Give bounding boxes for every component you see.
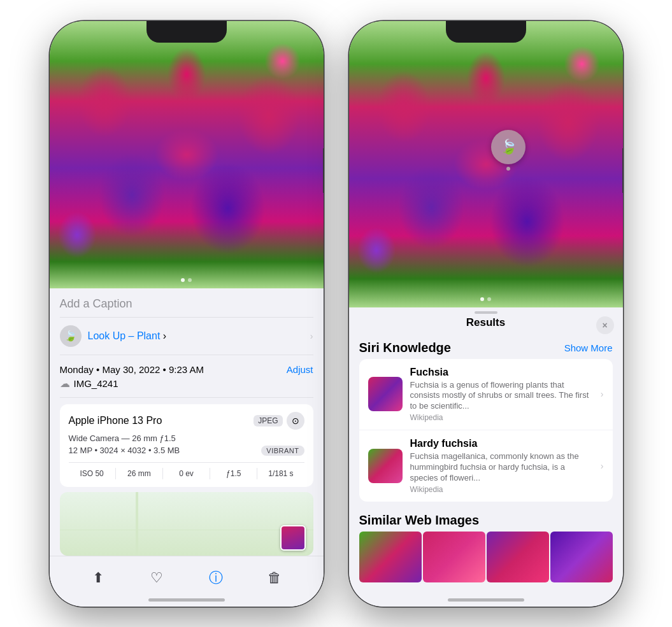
vibrant-badge: VIBRANT bbox=[261, 446, 304, 456]
results-title: Results bbox=[466, 316, 505, 329]
share-icon: ⬆ bbox=[92, 570, 104, 586]
lookup-dot bbox=[506, 167, 510, 171]
right-dot-1 bbox=[480, 297, 484, 301]
date-text: Monday • May 30, 2022 • 9:23 AM bbox=[60, 364, 204, 375]
results-panel[interactable]: Results × Siri Knowledge Show More Fuchs… bbox=[349, 307, 623, 607]
drag-handle bbox=[475, 311, 497, 314]
similar-img-3[interactable] bbox=[487, 532, 549, 582]
delete-button[interactable]: 🗑 bbox=[261, 564, 289, 592]
notch-right bbox=[446, 21, 526, 43]
map-preview bbox=[60, 492, 313, 556]
notch bbox=[147, 21, 227, 43]
exif-shutter: 1/181 s bbox=[257, 468, 304, 479]
similar-images-title: Similar Web Images bbox=[359, 513, 480, 528]
device-name: Apple iPhone 13 Pro bbox=[69, 415, 162, 426]
right-home-bar bbox=[448, 598, 524, 602]
format-badge: JPEG bbox=[254, 415, 282, 426]
exif-ev: 0 ev bbox=[163, 468, 210, 479]
heart-icon: ♡ bbox=[150, 570, 163, 586]
device-card: Apple iPhone 13 Pro JPEG ⊙ Wide Camera —… bbox=[60, 404, 313, 487]
siri-knowledge-title: Siri Knowledge bbox=[359, 341, 451, 355]
fuchsia-name: Fuchsia bbox=[410, 367, 593, 378]
device-header: Apple iPhone 13 Pro JPEG ⊙ bbox=[69, 412, 304, 430]
hardy-source: Wikipedia bbox=[410, 485, 593, 494]
visual-lookup-circle[interactable]: 🍃 bbox=[491, 130, 525, 164]
exif-mm: 26 mm bbox=[116, 468, 163, 479]
dot-1 bbox=[181, 278, 185, 282]
lookup-text: Look Up – Plant › bbox=[88, 330, 167, 342]
fuchsia-chevron: › bbox=[601, 389, 604, 399]
device-badges: JPEG ⊙ bbox=[254, 412, 304, 430]
hardy-chevron: › bbox=[601, 461, 604, 471]
similar-img-2[interactable] bbox=[423, 532, 485, 582]
siri-knowledge-header: Siri Knowledge Show More bbox=[349, 334, 623, 359]
caption-input[interactable]: Add a Caption bbox=[60, 288, 313, 318]
knowledge-item-hardy[interactable]: Hardy fuchsia Fuchsia magellanica, commo… bbox=[359, 430, 613, 502]
leaf-visual-icon: 🍃 bbox=[500, 139, 517, 155]
results-header: Results × bbox=[349, 307, 623, 334]
exif-row: ISO 50 26 mm 0 ev ƒ1.5 1/181 s bbox=[69, 462, 304, 479]
mp-row: 12 MP • 3024 × 4032 • 3.5 MB VIBRANT bbox=[69, 446, 304, 456]
home-bar bbox=[148, 598, 225, 602]
photo-dots bbox=[50, 278, 324, 282]
similar-img-4[interactable] bbox=[550, 532, 613, 582]
right-dot-2 bbox=[487, 297, 491, 301]
lookup-icon: 🍃 bbox=[60, 325, 82, 347]
hardy-text: Hardy fuchsia Fuchsia magellanica, commo… bbox=[410, 438, 593, 494]
map-thumbnail bbox=[280, 525, 306, 551]
right-phone: 🍃 Results × Siri Knowledge Show More bbox=[349, 21, 623, 607]
close-button[interactable]: × bbox=[596, 316, 614, 334]
filename-row: ☁ IMG_4241 bbox=[60, 377, 313, 398]
fuchsia-thumbnail bbox=[368, 377, 403, 411]
date-row: Monday • May 30, 2022 • 9:23 AM Adjust bbox=[60, 355, 313, 377]
cloud-icon: ☁ bbox=[60, 377, 70, 390]
hardy-thumbnail bbox=[368, 449, 403, 483]
exif-iso: ISO 50 bbox=[69, 468, 116, 479]
fuchsia-text: Fuchsia Fuchsia is a genus of flowering … bbox=[410, 367, 593, 423]
right-photo-dots bbox=[349, 297, 623, 301]
knowledge-card: Fuchsia Fuchsia is a genus of flowering … bbox=[359, 359, 613, 502]
photo-area bbox=[50, 21, 324, 288]
hardy-name: Hardy fuchsia bbox=[410, 438, 593, 449]
knowledge-item-fuchsia[interactable]: Fuchsia Fuchsia is a genus of flowering … bbox=[359, 359, 613, 431]
camera-info: Wide Camera — 26 mm ƒ1.5 bbox=[69, 433, 304, 443]
right-photo-area: 🍃 bbox=[349, 21, 623, 307]
hardy-desc: Fuchsia magellanica, commonly known as t… bbox=[410, 451, 593, 484]
fuchsia-source: Wikipedia bbox=[410, 413, 593, 422]
chevron-icon: › bbox=[310, 331, 313, 341]
exif-aperture: ƒ1.5 bbox=[210, 468, 257, 479]
leaf-icon: 🍃 bbox=[64, 330, 77, 342]
similar-images-header: Similar Web Images bbox=[349, 507, 623, 532]
similar-img-1[interactable] bbox=[359, 532, 422, 582]
favorite-button[interactable]: ♡ bbox=[143, 564, 171, 592]
lookup-row[interactable]: 🍃 Look Up – Plant › › bbox=[60, 318, 313, 355]
similar-images-strip bbox=[359, 532, 613, 593]
show-more-button[interactable]: Show More bbox=[564, 342, 613, 353]
location-icon: ⊙ bbox=[287, 412, 304, 430]
info-button[interactable]: ⓘ bbox=[202, 564, 230, 592]
fuchsia-desc: Fuchsia is a genus of flowering plants t… bbox=[410, 380, 593, 412]
share-button[interactable]: ⬆ bbox=[84, 564, 112, 592]
mp-text: 12 MP • 3024 × 4032 • 3.5 MB bbox=[69, 446, 180, 455]
dot-2 bbox=[188, 278, 192, 282]
left-phone: Add a Caption 🍃 Look Up – Plant › › Mond… bbox=[50, 21, 324, 607]
trash-icon: 🗑 bbox=[268, 570, 282, 586]
info-icon: ⓘ bbox=[209, 568, 223, 588]
adjust-button[interactable]: Adjust bbox=[287, 364, 313, 375]
filename-text: IMG_4241 bbox=[74, 378, 118, 389]
